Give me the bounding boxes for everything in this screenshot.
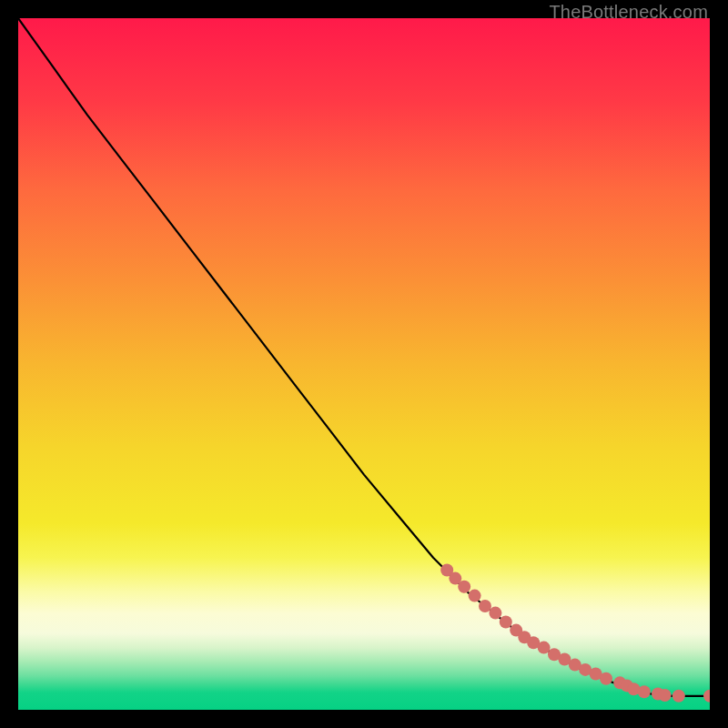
watermark-text: TheBottleneck.com [549,2,708,23]
marker-dot [489,607,501,620]
marker-dot [703,690,710,703]
marker-series [18,18,710,710]
plot-area [18,18,710,710]
marker-dot [600,672,612,685]
marker-dot [538,642,551,654]
marker-dot [500,615,512,628]
marker-dot [672,690,685,703]
marker-dot [659,689,672,702]
marker-dot [638,685,651,698]
marker-dot [458,581,470,593]
marker-dot [479,600,491,612]
chart-frame: TheBottleneck.com [0,0,728,728]
marker-dot [469,590,481,602]
